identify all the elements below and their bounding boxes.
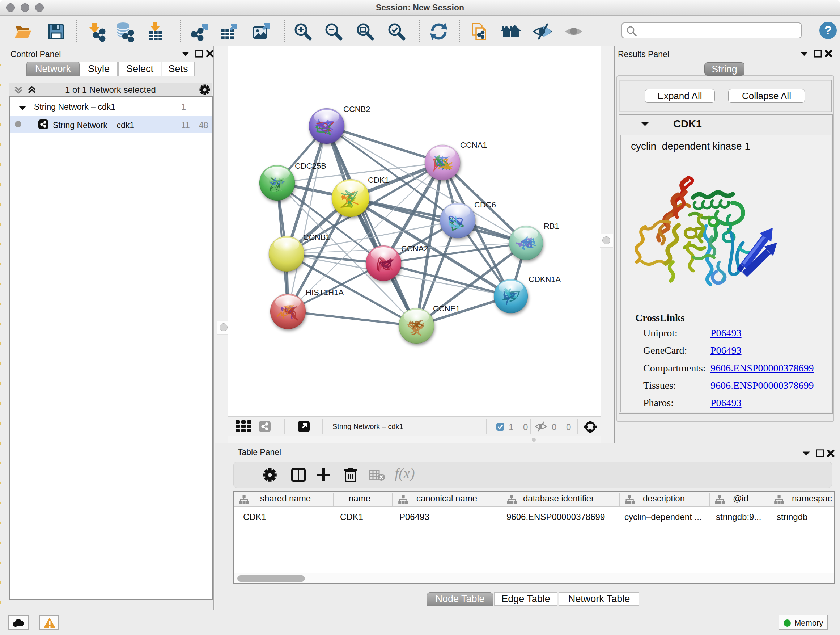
svg-text:CDK1: CDK1 [368,176,389,185]
svg-text:CCNB1: CCNB1 [303,233,330,242]
svg-text:HIST1H1A: HIST1H1A [306,288,344,297]
svg-text:CDKN1A: CDKN1A [529,275,561,284]
svg-text:CDC6: CDC6 [474,200,496,209]
svg-text:CCNB2: CCNB2 [343,105,370,114]
svg-text:CCNA1: CCNA1 [460,141,487,149]
svg-text:CDC25B: CDC25B [295,162,326,171]
svg-text:?: ? [824,23,832,37]
svg-text:RB1: RB1 [544,222,559,231]
svg-text:CCNE1: CCNE1 [433,304,460,313]
svg-text:CCNA2: CCNA2 [401,244,428,253]
